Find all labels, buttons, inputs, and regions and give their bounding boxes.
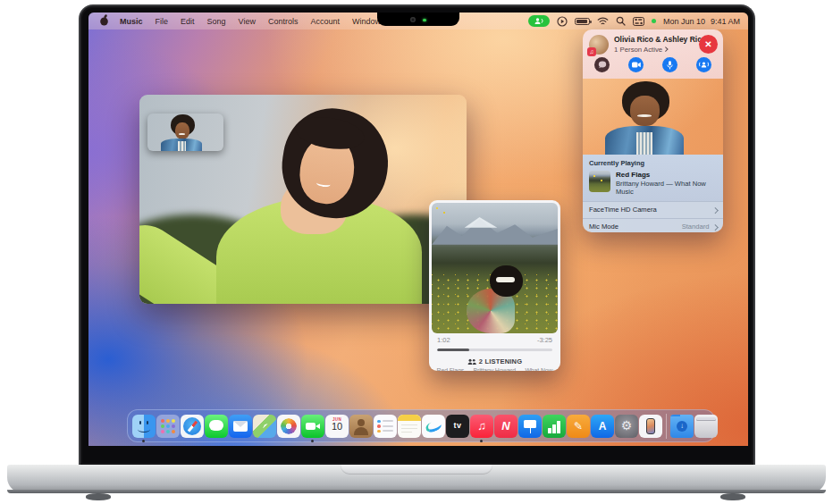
pages-pen-icon: ✎ [567, 415, 590, 438]
camera-active-led [423, 19, 426, 22]
apple-tv-label: tv [446, 421, 469, 430]
menu-edit[interactable]: Edit [174, 17, 201, 26]
menu-bar-time: 9:41 AM [711, 17, 740, 26]
song-title: Red Flags [616, 171, 706, 180]
running-indicator [480, 440, 483, 442]
menu-bar-date: Mon Jun 10 [663, 17, 705, 26]
gear-icon: ⚙ [615, 415, 638, 437]
menu-view[interactable]: View [232, 17, 262, 26]
pip-man-shirt [178, 141, 186, 151]
end-call-button[interactable]: ✕ [699, 35, 718, 54]
chevron-right-icon [663, 47, 668, 52]
download-arrow-icon: ↓ [677, 421, 687, 432]
dock-item-system-settings[interactable]: ⚙ [615, 415, 638, 438]
dock-item-app-store[interactable]: A [591, 415, 614, 438]
battery-icon[interactable] [575, 18, 590, 25]
active-status-label: 1 Person Active [614, 46, 662, 54]
messages-bubble-button[interactable] [594, 57, 610, 72]
chevron-right-icon [712, 224, 718, 230]
listeners-icon [467, 358, 476, 365]
man-face [630, 96, 660, 126]
dock-item-contacts[interactable] [349, 415, 373, 438]
menu-song[interactable]: Song [201, 17, 232, 26]
dock-item-numbers[interactable] [543, 415, 566, 438]
call-controls [589, 55, 717, 72]
dock-item-mail[interactable] [229, 415, 252, 438]
pip-man-face [175, 122, 189, 139]
dock-item-keynote[interactable] [518, 415, 542, 438]
pip-man-smile [179, 133, 186, 135]
laptop-lid-scoop [341, 465, 492, 475]
mic-button[interactable] [662, 57, 677, 72]
dock-item-apple-tv[interactable]: tv [446, 415, 469, 438]
camera-row[interactable]: FaceTime HD Camera [583, 201, 723, 218]
dock-item-trash[interactable] [694, 415, 718, 438]
menu-account[interactable]: Account [304, 17, 346, 26]
dock-item-iphone-mirroring[interactable] [639, 415, 662, 438]
recording-indicator-dot [652, 19, 656, 23]
currently-playing-section: Currently Playing Red Flags Brittany How… [583, 155, 723, 201]
spotlight-search-icon[interactable] [616, 16, 626, 26]
menu-bar-status: Mon Jun 10 9:41 AM [528, 15, 748, 27]
listening-count-label: 2 LISTENING [479, 357, 522, 365]
dock-item-reminders[interactable] [374, 415, 397, 438]
panel-header: ♫ Olivia Rico & Ashley Rico 1 Person Act… [583, 29, 723, 79]
laptop-foot-right [720, 493, 745, 500]
album-art [432, 203, 558, 333]
running-indicator [142, 440, 145, 442]
now-playing-icon[interactable] [557, 16, 568, 27]
dock-item-calendar[interactable]: JUN 10 [325, 415, 349, 438]
news-logo: N [494, 415, 517, 438]
dock-item-downloads[interactable]: ↓ [670, 415, 694, 438]
dock: JUN 10 [127, 409, 715, 442]
menu-controls[interactable]: Controls [262, 17, 305, 26]
currently-playing-art [589, 171, 610, 192]
macbook-screenshot: Music File Edit Song View Controls Accou… [0, 0, 833, 504]
shareplay-button[interactable] [696, 57, 711, 72]
call-avatar: ♫ [589, 35, 609, 55]
pip-self-view[interactable] [147, 113, 223, 151]
track-title-line: Red Flags — Brittany Howard — What Now [429, 367, 560, 371]
dock-item-notes[interactable] [398, 415, 421, 438]
progress-bar[interactable] [437, 349, 552, 351]
song-artist-album: Brittany Howard — What Now [616, 180, 706, 188]
dock-item-photos[interactable] [277, 415, 300, 438]
laptop-base-edge [7, 490, 826, 493]
progress-fill [437, 349, 469, 351]
dock-item-pages[interactable]: ✎ [567, 415, 590, 438]
screen-sharing-pill[interactable] [528, 15, 550, 27]
facetime-session-panel[interactable]: ♫ Olivia Rico & Ashley Rico 1 Person Act… [583, 29, 723, 232]
dock-item-safari[interactable] [181, 415, 204, 438]
mic-mode-row[interactable]: Mic Mode Standard [583, 218, 723, 232]
remaining-time: -3:25 [537, 336, 552, 344]
wifi-icon[interactable] [597, 17, 609, 26]
menu-file[interactable]: File [149, 17, 175, 26]
shareplay-music-card[interactable]: 1:02 -3:25 2 LISTENING Red Flags — Britt… [429, 200, 560, 371]
laptop-lid: Music File Edit Song View Controls Accou… [79, 4, 755, 465]
mic-mode-value: Standard [682, 223, 710, 231]
man-shirt [636, 132, 653, 155]
music-note-icon: ♫ [470, 415, 493, 438]
dock-item-finder[interactable] [132, 415, 156, 438]
dock-item-freeform[interactable] [422, 415, 445, 438]
mic-mode-label: Mic Mode [589, 223, 682, 231]
song-source-app: Music [616, 188, 706, 196]
apple-menu-icon[interactable] [96, 14, 114, 28]
video-button[interactable] [628, 57, 644, 72]
running-indicator [311, 440, 314, 442]
chevron-right-icon [712, 207, 718, 213]
album-snowcap [465, 217, 498, 228]
dock-item-maps[interactable] [253, 415, 276, 438]
music-badge-icon: ♫ [587, 47, 596, 56]
camera-row-label: FaceTime HD Camera [589, 206, 713, 214]
menu-bar-clock[interactable]: Mon Jun 10 9:41 AM [663, 17, 740, 26]
facetime-camera-lens [410, 17, 416, 22]
dock-item-launchpad[interactable] [156, 415, 180, 438]
dock-item-facetime[interactable] [301, 415, 324, 438]
dock-item-news[interactable]: N [494, 415, 517, 438]
dock-item-music[interactable]: ♫ [470, 415, 493, 438]
remote-video-thumbnail[interactable] [583, 79, 723, 155]
dock-item-messages[interactable] [205, 415, 228, 438]
menu-app-name[interactable]: Music [114, 17, 149, 26]
control-center-icon[interactable] [633, 17, 644, 26]
